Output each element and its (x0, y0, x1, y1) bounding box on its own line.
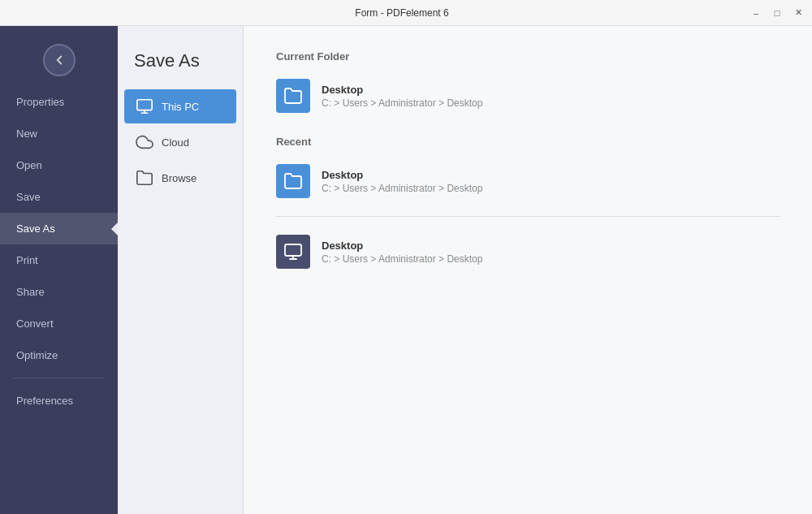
middle-panel: Save As This PC Cloud Browse (118, 26, 244, 514)
back-icon (52, 53, 67, 67)
sidebar-item-share[interactable]: Share (0, 276, 118, 308)
recent-info-1: Desktop C: > Users > Administrator > Des… (322, 240, 482, 265)
cloud-icon (136, 133, 153, 151)
recent-section: Recent Desktop C: > Users > Administrato… (276, 136, 780, 275)
recent-icon-0 (276, 164, 310, 198)
back-area (0, 34, 118, 86)
this-pc-item[interactable]: This PC (124, 89, 236, 123)
sidebar-item-properties[interactable]: Properties (0, 86, 118, 118)
recent-icon-1 (276, 235, 310, 269)
svg-rect-3 (285, 244, 301, 256)
sidebar-item-convert[interactable]: Convert (0, 308, 118, 339)
close-button[interactable]: ✕ (791, 6, 806, 20)
current-folder-name: Desktop (322, 84, 482, 96)
current-folder-info: Desktop C: > Users > Administrator > Des… (322, 84, 482, 109)
recent-divider (276, 216, 780, 217)
app-body: Properties New Open Save Save As Print S… (0, 26, 812, 514)
minimize-button[interactable]: – (749, 6, 763, 20)
maximize-button[interactable]: □ (770, 6, 784, 20)
browse-label: Browse (162, 172, 197, 184)
window-title: Form - PDFelement 6 (55, 7, 749, 19)
panel-title: Save As (118, 42, 243, 88)
app-window: Form - PDFelement 6 – □ ✕ Properties New (0, 0, 812, 514)
title-bar: Form - PDFelement 6 – □ ✕ (0, 0, 812, 26)
recent-path-0: C: > Users > Administrator > Desktop (322, 183, 482, 194)
back-button[interactable] (43, 44, 76, 76)
current-folder-label: Current Folder (276, 50, 780, 63)
recent-item-0[interactable]: Desktop C: > Users > Administrator > Des… (276, 158, 780, 205)
current-folder-section: Current Folder Desktop C: > Users > Admi… (276, 50, 780, 119)
folder-svg-blue (283, 171, 303, 191)
recent-info-0: Desktop C: > Users > Administrator > Des… (322, 169, 482, 194)
recent-label: Recent (276, 136, 780, 148)
current-folder-path: C: > Users > Administrator > Desktop (322, 97, 482, 109)
monitor-svg-icon (283, 242, 303, 261)
svg-rect-0 (137, 100, 152, 110)
current-folder-icon (276, 79, 310, 113)
this-pc-label: This PC (162, 101, 199, 113)
current-folder-item[interactable]: Desktop C: > Users > Administrator > Des… (276, 72, 780, 119)
recent-name-0: Desktop (322, 169, 482, 181)
sidebar-divider (13, 378, 105, 378)
cloud-label: Cloud (162, 136, 189, 149)
computer-icon (136, 97, 153, 115)
folder-icon (136, 169, 153, 187)
cloud-item[interactable]: Cloud (124, 125, 236, 159)
sidebar-item-open[interactable]: Open (0, 149, 118, 181)
sidebar-item-save-as[interactable]: Save As (0, 213, 118, 244)
folder-svg-icon (283, 86, 303, 106)
sidebar-item-new[interactable]: New (0, 118, 118, 149)
sidebar-item-optimize[interactable]: Optimize (0, 339, 118, 371)
sidebar-item-save[interactable]: Save (0, 181, 118, 213)
recent-item-1[interactable]: Desktop C: > Users > Administrator > Des… (276, 228, 780, 275)
main-content: Current Folder Desktop C: > Users > Admi… (244, 26, 812, 514)
window-controls: – □ ✕ (749, 6, 806, 20)
browse-item[interactable]: Browse (124, 161, 236, 195)
recent-name-1: Desktop (322, 240, 482, 252)
sidebar-item-preferences[interactable]: Preferences (0, 385, 118, 417)
sidebar-item-print[interactable]: Print (0, 244, 118, 276)
recent-path-1: C: > Users > Administrator > Desktop (322, 253, 482, 265)
sidebar: Properties New Open Save Save As Print S… (0, 26, 118, 514)
